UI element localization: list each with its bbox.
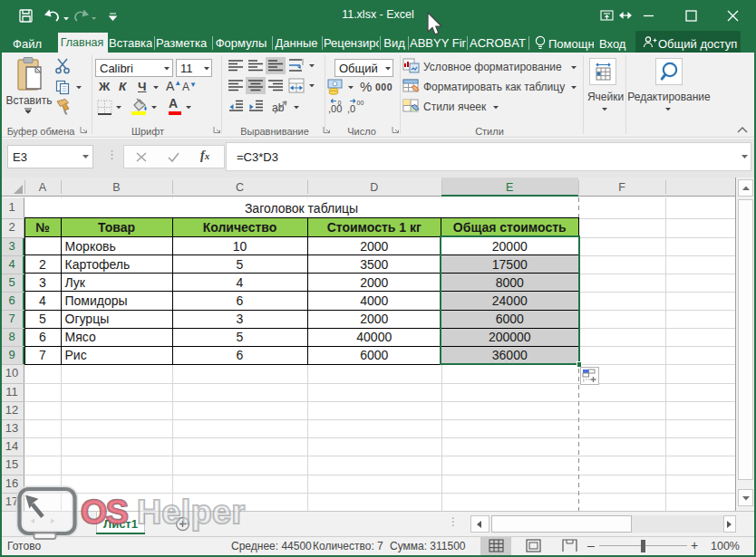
svg-text:00: 00 (357, 100, 364, 106)
svg-text:,0: ,0 (347, 103, 355, 114)
svg-text:Helper: Helper (137, 493, 245, 531)
svg-text:0: 0 (338, 100, 342, 106)
svg-text:ab: ab (272, 101, 285, 114)
svg-text:OS: OS (81, 493, 128, 531)
